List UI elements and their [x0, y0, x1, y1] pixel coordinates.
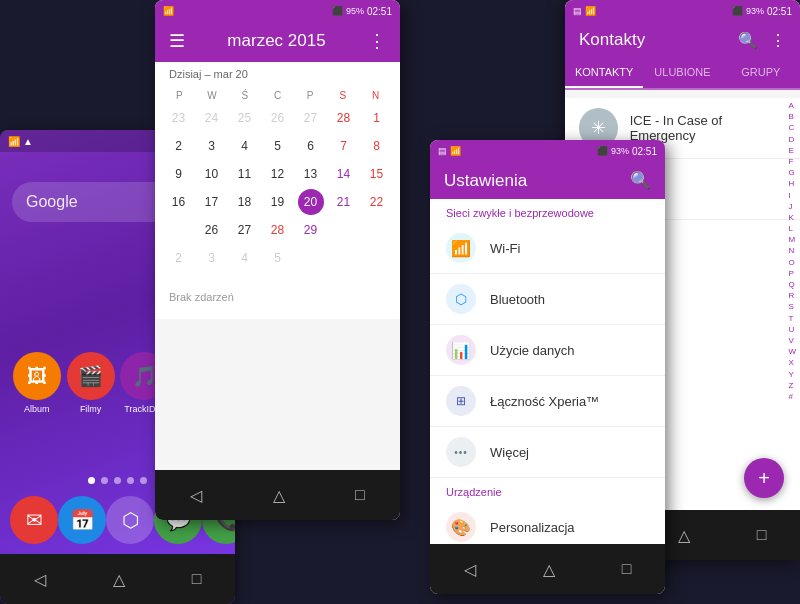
more-icon-cal[interactable]: ⋮	[368, 30, 386, 52]
cal-day-today[interactable]: 20	[298, 189, 324, 215]
alpha-K[interactable]: K	[788, 212, 796, 223]
alpha-C[interactable]: C	[788, 122, 796, 133]
tab-kontakty[interactable]: KONTAKTY	[565, 58, 643, 88]
back-button-home[interactable]: ◁	[34, 570, 46, 589]
cal-day-18[interactable]: 18	[232, 189, 258, 215]
cal-day-17[interactable]: 17	[199, 189, 225, 215]
alpha-M[interactable]: M	[788, 234, 796, 245]
settings-data-usage[interactable]: 📊 Użycie danych	[430, 325, 665, 376]
settings-wifi[interactable]: 📶 Wi-Fi	[430, 223, 665, 274]
settings-bluetooth[interactable]: ⬡ Bluetooth	[430, 274, 665, 325]
alpha-J[interactable]: J	[788, 201, 796, 212]
recents-button-home[interactable]: □	[192, 570, 202, 588]
alpha-T[interactable]: T	[788, 313, 796, 324]
cal-day-27[interactable]: 27	[298, 105, 324, 131]
cal-day-26[interactable]: 26	[265, 105, 291, 131]
back-button-cal[interactable]: ◁	[190, 486, 202, 505]
alpha-R[interactable]: R	[788, 290, 796, 301]
cal-day-9[interactable]: 9	[166, 161, 192, 187]
home-button-settings[interactable]: △	[543, 560, 555, 579]
alpha-E[interactable]: E	[788, 145, 796, 156]
home-button-cal[interactable]: △	[273, 486, 285, 505]
cal-day-21[interactable]: 21	[331, 189, 357, 215]
contacts-fab[interactable]: +	[744, 458, 784, 498]
cal-day-1[interactable]: 1	[364, 105, 390, 131]
alpha-V[interactable]: V	[788, 335, 796, 346]
cal-day-28[interactable]: 28	[331, 105, 357, 131]
alpha-H[interactable]: H	[788, 178, 796, 189]
alpha-S[interactable]: S	[788, 301, 796, 312]
cal-day-28b[interactable]: 28	[265, 217, 291, 243]
tab-ulubione[interactable]: ULUBIONE	[643, 58, 721, 88]
alpha-Q[interactable]: Q	[788, 279, 796, 290]
dock-app-calendar[interactable]: 📅	[58, 496, 106, 544]
cal-day-10[interactable]: 10	[199, 161, 225, 187]
cal-day-22[interactable]: 22	[364, 189, 390, 215]
alpha-Z[interactable]: Z	[788, 380, 796, 391]
alpha-Y[interactable]: Y	[788, 369, 796, 380]
alpha-U[interactable]: U	[788, 324, 796, 335]
cal-day-19[interactable]: 19	[265, 189, 291, 215]
home-app-album[interactable]: 🖼 Album	[13, 352, 61, 414]
settings-xperia[interactable]: ⊞ Łączność Xperia™	[430, 376, 665, 427]
alpha-L[interactable]: L	[788, 223, 796, 234]
search-icon-settings[interactable]: 🔍	[630, 170, 651, 191]
home-button-home[interactable]: △	[113, 570, 125, 589]
cal-day-6[interactable]: 6	[298, 133, 324, 159]
alpha-N[interactable]: N	[788, 245, 796, 256]
alpha-I[interactable]: I	[788, 190, 796, 201]
recents-button-cal[interactable]: □	[355, 486, 365, 504]
cal-day-24[interactable]: 24	[199, 105, 225, 131]
cal-day-5c[interactable]: 5	[265, 245, 291, 271]
cal-day-3c[interactable]: 3	[199, 245, 225, 271]
recents-button-contacts[interactable]: □	[757, 526, 767, 544]
status-bar-cal: 📶 ⬛ 95% 02:51	[155, 0, 400, 22]
home-button-contacts[interactable]: △	[678, 526, 690, 545]
cal-day-29[interactable]: 29	[298, 217, 324, 243]
cal-day-3[interactable]: 3	[199, 133, 225, 159]
section-device-label: Urządzenie	[430, 478, 665, 502]
recents-button-settings[interactable]: □	[622, 560, 632, 578]
cal-day-4c[interactable]: 4	[232, 245, 258, 271]
alpha-X[interactable]: X	[788, 357, 796, 368]
cal-day-13[interactable]: 13	[298, 161, 324, 187]
more-icon-contacts[interactable]: ⋮	[770, 31, 786, 50]
cal-day-23[interactable]: 23	[166, 105, 192, 131]
alpha-D[interactable]: D	[788, 134, 796, 145]
alpha-hash[interactable]: #	[788, 391, 796, 402]
menu-icon-cal[interactable]: ☰	[169, 30, 185, 52]
cal-day-4[interactable]: 4	[232, 133, 258, 159]
alpha-P[interactable]: P	[788, 268, 796, 279]
cal-day-8[interactable]: 8	[364, 133, 390, 159]
alpha-A[interactable]: A	[788, 100, 796, 111]
alpha-G[interactable]: G	[788, 167, 796, 178]
bluetooth-label: Bluetooth	[490, 292, 545, 307]
cal-day-x1[interactable]	[166, 217, 192, 243]
weekday-p: P	[163, 90, 196, 101]
alpha-B[interactable]: B	[788, 111, 796, 122]
cal-day-27b[interactable]: 27	[232, 217, 258, 243]
cal-day-15[interactable]: 15	[364, 161, 390, 187]
alpha-O[interactable]: O	[788, 257, 796, 268]
cal-day-2[interactable]: 2	[166, 133, 192, 159]
tab-grupy[interactable]: GRUPY	[722, 58, 800, 88]
cal-day-5[interactable]: 5	[265, 133, 291, 159]
alpha-F[interactable]: F	[788, 156, 796, 167]
cal-day-7[interactable]: 7	[331, 133, 357, 159]
cal-day-25[interactable]: 25	[232, 105, 258, 131]
signal-icon: ▲	[23, 136, 33, 147]
back-button-settings[interactable]: ◁	[464, 560, 476, 579]
search-icon-contacts[interactable]: 🔍	[738, 31, 758, 50]
cal-day-16[interactable]: 16	[166, 189, 192, 215]
cal-day-14[interactable]: 14	[331, 161, 357, 187]
cal-day-26b[interactable]: 26	[199, 217, 225, 243]
bluetooth-icon: ⬡	[455, 291, 467, 307]
dock-app-apps[interactable]: ⬡	[106, 496, 154, 544]
cal-day-2c[interactable]: 2	[166, 245, 192, 271]
cal-day-12[interactable]: 12	[265, 161, 291, 187]
alpha-W[interactable]: W	[788, 346, 796, 357]
home-app-filmy[interactable]: 🎬 Filmy	[67, 352, 115, 414]
settings-more[interactable]: ••• Więcej	[430, 427, 665, 478]
dock-app-gmail[interactable]: ✉	[10, 496, 58, 544]
cal-day-11[interactable]: 11	[232, 161, 258, 187]
